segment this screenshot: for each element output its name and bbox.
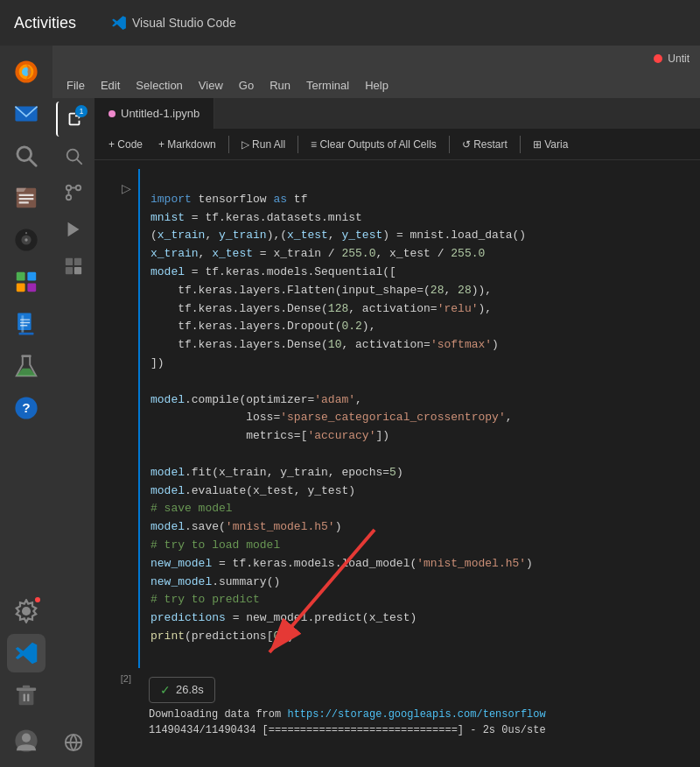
search-dock-icon: [14, 144, 38, 168]
activities-label[interactable]: Activities: [14, 14, 76, 32]
tab-notebook[interactable]: Untitled-1.ipynb: [94, 98, 214, 129]
activity-search[interactable]: [56, 138, 91, 173]
svg-rect-31: [24, 694, 25, 701]
activity-extensions[interactable]: [56, 249, 91, 284]
toolbar-restart-label: ↺ Restart: [462, 138, 508, 151]
top-bar: Activities Visual Studio Code: [0, 0, 700, 46]
vscode-window: Untit File Edit Selection View Go Run Te…: [52, 46, 700, 767]
dock-icon-rhythmbox[interactable]: [7, 221, 46, 259]
files-icon: [14, 186, 38, 210]
svg-rect-21: [20, 319, 30, 320]
dock-icon-documents[interactable]: [7, 305, 46, 343]
menu-edit[interactable]: Edit: [94, 75, 127, 95]
trash-icon: [14, 683, 38, 707]
vscode-menubar: File Edit Selection View Go Run Terminal…: [52, 72, 700, 98]
toolbar-code-label: + Code: [108, 138, 143, 151]
svg-point-37: [66, 195, 72, 201]
cell-output: [2] ✓ 26.8s Downloading data from https:…: [94, 670, 700, 742]
svg-point-39: [66, 186, 72, 191]
dock-icon-user[interactable]: [7, 721, 46, 760]
main-area: ?: [0, 46, 700, 767]
dock-icon-software[interactable]: [7, 263, 46, 301]
menu-go[interactable]: Go: [232, 75, 261, 95]
output-time: 26.8s: [176, 683, 204, 696]
svg-rect-18: [18, 313, 31, 330]
software-icon: [14, 270, 38, 294]
toolbar-markdown-btn[interactable]: + Markdown: [151, 135, 223, 154]
dock-icon-vscode-active[interactable]: [7, 634, 46, 672]
svg-rect-20: [19, 333, 34, 335]
cell-output-gutter: [2]: [94, 670, 138, 742]
tab-modified-dot: [108, 110, 116, 117]
svg-rect-15: [27, 272, 36, 281]
settings-notification-dot: [33, 595, 42, 604]
svg-rect-32: [27, 694, 29, 701]
toolbar-variables-btn[interactable]: ⊞ Varia: [526, 135, 575, 154]
activity-bar: 1: [52, 98, 94, 767]
output-downloading-prefix: Downloading data from: [149, 708, 287, 721]
toolbar-sep3: [449, 136, 450, 153]
toolbar-variables-label: ⊞ Varia: [533, 138, 568, 151]
editor-area: Untitled-1.ipynb + Code + Markdown ▷ Run…: [94, 98, 700, 767]
dock-icon-search[interactable]: [7, 137, 46, 175]
user-icon: [14, 728, 38, 753]
svg-line-36: [77, 159, 81, 164]
app-title: Visual Studio Code: [111, 15, 236, 31]
cell-run-button[interactable]: ▷: [122, 181, 131, 195]
dock-icon-trash[interactable]: [7, 676, 46, 714]
toolbar-sep4: [520, 136, 521, 153]
menu-help[interactable]: Help: [358, 75, 396, 95]
svg-rect-30: [23, 686, 30, 688]
dock-icon-email[interactable]: [7, 95, 46, 133]
output-download-link[interactable]: https://storage.googleapis.com/tensorflo…: [287, 708, 545, 721]
activity-remote[interactable]: [56, 725, 91, 760]
menu-selection[interactable]: Selection: [129, 75, 189, 95]
window-close-dot: [654, 54, 662, 63]
toolbar-run-all-btn[interactable]: ▷ Run All: [234, 135, 292, 154]
documents-icon: [14, 312, 38, 336]
svg-rect-9: [19, 201, 29, 203]
activity-run-debug[interactable]: [56, 212, 91, 247]
dock-icon-settings[interactable]: [7, 592, 46, 630]
menu-terminal[interactable]: Terminal: [299, 75, 356, 95]
svg-point-12: [24, 238, 27, 241]
vscode-app-icon: [111, 15, 127, 31]
svg-point-38: [76, 186, 81, 191]
toolbar-sep1: [228, 136, 229, 153]
svg-rect-17: [27, 283, 36, 292]
dock-icon-firefox[interactable]: [7, 53, 46, 91]
toolbar-code-btn[interactable]: + Code: [102, 135, 150, 154]
menu-file[interactable]: File: [60, 75, 92, 95]
svg-marker-40: [68, 222, 80, 237]
svg-point-13: [25, 232, 27, 234]
svg-rect-24: [21, 355, 31, 356]
activity-explorer[interactable]: 1: [56, 102, 91, 137]
help-icon: ?: [14, 396, 38, 420]
menu-view[interactable]: View: [192, 75, 230, 95]
svg-text:?: ?: [22, 400, 30, 415]
svg-rect-28: [19, 690, 34, 705]
dock-icon-help[interactable]: ?: [7, 389, 46, 427]
cell-code-content[interactable]: import tensorflow as tf mnist = tf.keras…: [138, 169, 700, 668]
tab-bar: Untitled-1.ipynb: [94, 98, 700, 129]
dock-icon-flask[interactable]: [7, 347, 46, 385]
output-progress-text: 11490434/11490434 [=====================…: [149, 722, 700, 738]
notebook-content[interactable]: ▷ import tensorflow as tf mnist = tf.ker…: [94, 160, 700, 767]
dock-icon-files[interactable]: [7, 179, 46, 217]
toolbar-clear-btn[interactable]: ≡ Clear Outputs of All Cells: [304, 135, 444, 154]
svg-rect-16: [17, 283, 25, 292]
svg-rect-42: [74, 258, 81, 265]
cell-output-content: ✓ 26.8s Downloading data from https://st…: [138, 670, 700, 742]
svg-rect-22: [20, 322, 30, 323]
svg-rect-14: [17, 272, 25, 281]
cell-gutter: ▷: [94, 169, 138, 668]
output-download-text: Downloading data from https://storage.go…: [149, 707, 700, 722]
tab-filename: Untitled-1.ipynb: [121, 107, 200, 120]
toolbar-restart-btn[interactable]: ↺ Restart: [455, 135, 514, 154]
activity-source-control[interactable]: [56, 175, 91, 210]
left-dock: ?: [0, 46, 52, 767]
vscode-dock-icon: [14, 641, 38, 665]
svg-rect-43: [66, 267, 73, 274]
flask-icon: [14, 354, 38, 378]
menu-run[interactable]: Run: [262, 75, 298, 95]
